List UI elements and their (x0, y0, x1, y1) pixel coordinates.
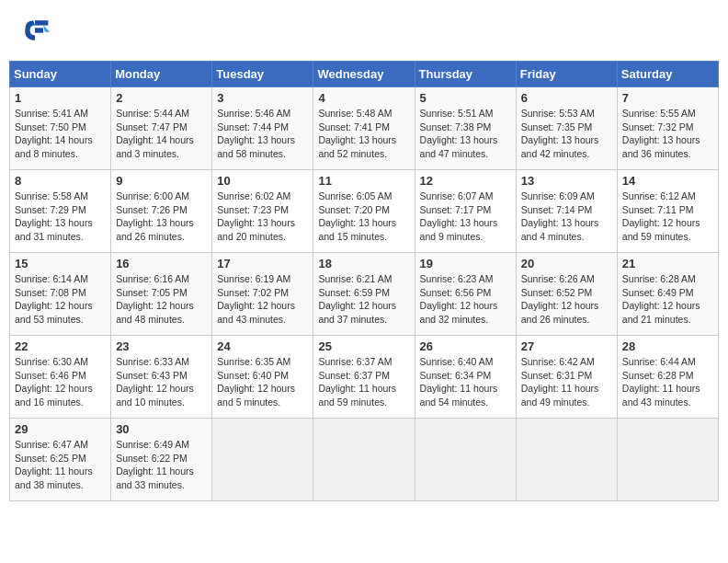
calendar-cell: 18 Sunrise: 6:21 AMSunset: 6:59 PMDaylig… (313, 253, 415, 336)
day-number: 9 (116, 174, 207, 188)
calendar-cell: 5 Sunrise: 5:51 AMSunset: 7:38 PMDayligh… (415, 87, 516, 170)
day-detail: Sunrise: 6:35 AMSunset: 6:40 PMDaylight:… (217, 356, 295, 408)
weekday-header: Tuesday (212, 62, 313, 87)
day-detail: Sunrise: 6:28 AMSunset: 6:49 PMDaylight:… (622, 273, 700, 325)
day-number: 11 (318, 174, 409, 188)
calendar-cell: 20 Sunrise: 6:26 AMSunset: 6:52 PMDaylig… (516, 253, 617, 336)
calendar-cell: 11 Sunrise: 6:05 AMSunset: 7:20 PMDaylig… (313, 170, 415, 253)
day-detail: Sunrise: 5:44 AMSunset: 7:47 PMDaylight:… (116, 108, 194, 159)
calendar-cell: 25 Sunrise: 6:37 AMSunset: 6:37 PMDaylig… (313, 336, 415, 419)
calendar-cell: 27 Sunrise: 6:42 AMSunset: 6:31 PMDaylig… (516, 336, 617, 419)
calendar-cell: 24 Sunrise: 6:35 AMSunset: 6:40 PMDaylig… (212, 336, 313, 419)
calendar-table: SundayMondayTuesdayWednesdayThursdayFrid… (9, 61, 719, 501)
calendar-cell: 13 Sunrise: 6:09 AMSunset: 7:14 PMDaylig… (516, 170, 617, 253)
day-detail: Sunrise: 6:05 AMSunset: 7:20 PMDaylight:… (318, 190, 396, 242)
day-number: 17 (217, 257, 308, 270)
calendar-cell: 12 Sunrise: 6:07 AMSunset: 7:17 PMDaylig… (415, 170, 516, 253)
day-number: 5 (420, 91, 511, 105)
day-detail: Sunrise: 6:09 AMSunset: 7:14 PMDaylight:… (521, 190, 599, 242)
day-number: 26 (420, 339, 511, 353)
day-detail: Sunrise: 5:51 AMSunset: 7:38 PMDaylight:… (420, 108, 498, 159)
calendar-cell: 28 Sunrise: 6:44 AMSunset: 6:28 PMDaylig… (617, 336, 718, 419)
weekday-header: Sunday (10, 62, 111, 87)
day-detail: Sunrise: 6:16 AMSunset: 7:05 PMDaylight:… (116, 273, 194, 325)
day-detail: Sunrise: 6:49 AMSunset: 6:22 PMDaylight:… (116, 439, 194, 490)
day-number: 7 (622, 91, 713, 105)
calendar-cell: 1 Sunrise: 5:41 AMSunset: 7:50 PMDayligh… (10, 87, 111, 170)
day-detail: Sunrise: 6:37 AMSunset: 6:37 PMDaylight:… (318, 356, 396, 408)
calendar-cell: 14 Sunrise: 6:12 AMSunset: 7:11 PMDaylig… (617, 170, 718, 253)
day-detail: Sunrise: 6:40 AMSunset: 6:34 PMDaylight:… (420, 356, 498, 408)
calendar-cell: 8 Sunrise: 5:58 AMSunset: 7:29 PMDayligh… (10, 170, 111, 253)
day-number: 20 (521, 257, 612, 270)
day-number: 16 (116, 257, 207, 270)
day-detail: Sunrise: 6:33 AMSunset: 6:43 PMDaylight:… (116, 356, 194, 408)
day-number: 21 (622, 257, 713, 270)
calendar-cell: 16 Sunrise: 6:16 AMSunset: 7:05 PMDaylig… (111, 253, 212, 336)
day-detail: Sunrise: 6:44 AMSunset: 6:28 PMDaylight:… (622, 356, 700, 408)
calendar-cell (415, 419, 516, 501)
week-row: 22 Sunrise: 6:30 AMSunset: 6:46 PMDaylig… (10, 336, 719, 419)
day-number: 19 (420, 257, 511, 270)
day-detail: Sunrise: 6:14 AMSunset: 7:08 PMDaylight:… (15, 273, 93, 325)
day-number: 14 (622, 174, 713, 188)
weekday-header: Friday (516, 62, 617, 87)
day-detail: Sunrise: 6:00 AMSunset: 7:26 PMDaylight:… (116, 190, 194, 242)
day-number: 18 (318, 257, 409, 270)
day-detail: Sunrise: 6:26 AMSunset: 6:52 PMDaylight:… (521, 273, 599, 325)
day-number: 10 (217, 174, 308, 188)
calendar-cell (212, 419, 313, 501)
day-number: 12 (420, 174, 511, 188)
day-number: 2 (116, 91, 207, 105)
weekday-header: Thursday (415, 62, 516, 87)
week-row: 29 Sunrise: 6:47 AMSunset: 6:25 PMDaylig… (10, 419, 719, 501)
calendar-cell: 21 Sunrise: 6:28 AMSunset: 6:49 PMDaylig… (617, 253, 718, 336)
calendar-cell: 3 Sunrise: 5:46 AMSunset: 7:44 PMDayligh… (212, 87, 313, 170)
calendar-cell (516, 419, 617, 501)
calendar-cell: 26 Sunrise: 6:40 AMSunset: 6:34 PMDaylig… (415, 336, 516, 419)
day-number: 29 (15, 422, 106, 436)
calendar-cell: 29 Sunrise: 6:47 AMSunset: 6:25 PMDaylig… (10, 419, 111, 501)
day-detail: Sunrise: 6:21 AMSunset: 6:59 PMDaylight:… (318, 273, 396, 325)
calendar-cell: 2 Sunrise: 5:44 AMSunset: 7:47 PMDayligh… (111, 87, 212, 170)
calendar-cell: 23 Sunrise: 6:33 AMSunset: 6:43 PMDaylig… (111, 336, 212, 419)
weekday-header: Monday (111, 62, 212, 87)
day-detail: Sunrise: 5:41 AMSunset: 7:50 PMDaylight:… (15, 108, 93, 159)
day-number: 15 (15, 257, 106, 270)
calendar-cell: 30 Sunrise: 6:49 AMSunset: 6:22 PMDaylig… (111, 419, 212, 501)
day-number: 30 (116, 422, 207, 436)
day-detail: Sunrise: 6:30 AMSunset: 6:46 PMDaylight:… (15, 356, 93, 408)
day-number: 24 (217, 339, 308, 353)
calendar-cell (313, 419, 415, 501)
day-number: 8 (15, 174, 106, 188)
day-number: 13 (521, 174, 612, 188)
day-detail: Sunrise: 6:23 AMSunset: 6:56 PMDaylight:… (420, 273, 498, 325)
day-number: 27 (521, 339, 612, 353)
day-number: 25 (318, 339, 409, 353)
logo (18, 14, 55, 47)
week-row: 8 Sunrise: 5:58 AMSunset: 7:29 PMDayligh… (10, 170, 719, 253)
calendar-cell: 9 Sunrise: 6:00 AMSunset: 7:26 PMDayligh… (111, 170, 212, 253)
week-row: 15 Sunrise: 6:14 AMSunset: 7:08 PMDaylig… (10, 253, 719, 336)
page-header (9, 9, 719, 52)
day-detail: Sunrise: 6:12 AMSunset: 7:11 PMDaylight:… (622, 190, 700, 242)
day-detail: Sunrise: 5:55 AMSunset: 7:32 PMDaylight:… (622, 108, 700, 159)
calendar-cell: 4 Sunrise: 5:48 AMSunset: 7:41 PMDayligh… (313, 87, 415, 170)
calendar-cell: 10 Sunrise: 6:02 AMSunset: 7:23 PMDaylig… (212, 170, 313, 253)
day-number: 6 (521, 91, 612, 105)
day-number: 28 (622, 339, 713, 353)
day-number: 3 (217, 91, 308, 105)
day-detail: Sunrise: 6:07 AMSunset: 7:17 PMDaylight:… (420, 190, 498, 242)
calendar-cell: 19 Sunrise: 6:23 AMSunset: 6:56 PMDaylig… (415, 253, 516, 336)
calendar-cell: 22 Sunrise: 6:30 AMSunset: 6:46 PMDaylig… (10, 336, 111, 419)
calendar-cell: 15 Sunrise: 6:14 AMSunset: 7:08 PMDaylig… (10, 253, 111, 336)
weekday-header: Wednesday (313, 62, 415, 87)
day-number: 22 (15, 339, 106, 353)
day-detail: Sunrise: 6:42 AMSunset: 6:31 PMDaylight:… (521, 356, 599, 408)
day-number: 23 (116, 339, 207, 353)
weekday-header-row: SundayMondayTuesdayWednesdayThursdayFrid… (10, 62, 719, 87)
day-detail: Sunrise: 5:58 AMSunset: 7:29 PMDaylight:… (15, 190, 93, 242)
calendar-cell: 17 Sunrise: 6:19 AMSunset: 7:02 PMDaylig… (212, 253, 313, 336)
calendar-cell: 7 Sunrise: 5:55 AMSunset: 7:32 PMDayligh… (617, 87, 718, 170)
weekday-header: Saturday (617, 62, 718, 87)
